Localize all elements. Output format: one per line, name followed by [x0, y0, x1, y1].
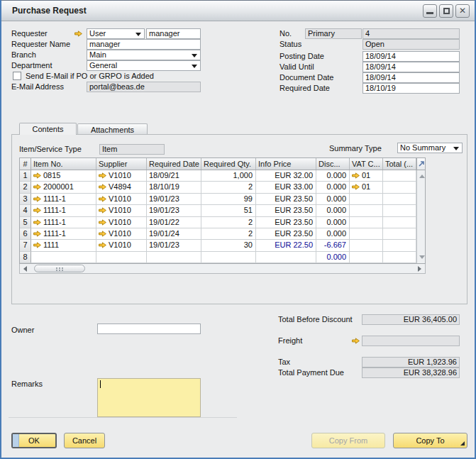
tab-attachments[interactable]: Attachments [77, 123, 148, 135]
cell-item[interactable]: 1111 [31, 240, 96, 251]
cell-total[interactable] [383, 252, 416, 263]
cell-vat[interactable] [350, 228, 383, 240]
cell-disc[interactable]: 0.000 [316, 170, 350, 182]
cell-disc[interactable]: 0.000 [316, 205, 350, 216]
cell-n[interactable]: 4 [20, 205, 31, 216]
cell-price[interactable]: EUR 32.00 [256, 170, 316, 182]
cell-item[interactable]: 1111-1 [31, 217, 96, 228]
cell-qty[interactable]: 2 [201, 228, 256, 240]
cell-date[interactable]: 19/01/24 [147, 228, 201, 240]
cell-total[interactable] [383, 170, 416, 182]
copy-to-button[interactable]: Copy To [393, 433, 467, 448]
cell-n[interactable]: 7 [20, 240, 31, 251]
cell-n[interactable]: 6 [20, 228, 31, 240]
column-header[interactable]: Total (... [383, 158, 416, 170]
cell-price[interactable]: EUR 23.50 [256, 194, 316, 205]
send-email-checkbox[interactable] [13, 72, 21, 80]
cell-disc[interactable]: 0.000 [316, 194, 350, 205]
cell-date[interactable]: 19/01/23 [147, 194, 201, 205]
cell-price[interactable]: EUR 23.50 [256, 228, 316, 240]
cell-n[interactable]: 5 [20, 217, 31, 228]
cell-sup[interactable]: V1010 [96, 194, 147, 205]
cell-qty[interactable] [201, 252, 256, 263]
cell-date[interactable] [147, 252, 201, 263]
cell-total[interactable] [383, 205, 416, 216]
column-header[interactable]: # [20, 158, 31, 170]
cell-n[interactable]: 3 [20, 194, 31, 205]
cell-date[interactable]: 19/01/22 [147, 217, 201, 228]
cell-qty[interactable]: 30 [201, 240, 256, 251]
cell-sup[interactable]: V4894 [96, 182, 147, 193]
cell-date[interactable]: 18/10/19 [147, 182, 201, 193]
cell-price[interactable] [256, 252, 316, 263]
link-arrow-icon[interactable] [33, 196, 41, 202]
cell-price[interactable]: EUR 23.50 [256, 217, 316, 228]
cell-vat[interactable] [350, 205, 383, 216]
link-arrow-icon[interactable] [99, 196, 106, 202]
cell-qty[interactable]: 51 [201, 205, 256, 216]
link-arrow-icon[interactable] [99, 219, 106, 226]
cell-vat[interactable] [350, 240, 383, 251]
cancel-button[interactable]: Cancel [64, 433, 105, 448]
cell-vat[interactable] [350, 217, 383, 228]
branch-dropdown[interactable]: Main [87, 50, 201, 60]
column-header[interactable]: Supplier [96, 158, 147, 170]
required-date-input[interactable]: 18/10/19 [362, 83, 460, 94]
cell-date[interactable]: 18/09/21 [147, 170, 201, 182]
cell-item[interactable]: 0815 [31, 170, 96, 182]
link-arrow-icon[interactable] [99, 231, 106, 237]
cell-qty[interactable]: 1,000 [201, 170, 256, 182]
link-arrow-icon[interactable] [33, 231, 41, 237]
remarks-textarea[interactable] [97, 378, 201, 417]
cell-item[interactable] [31, 252, 96, 263]
column-header[interactable]: Info Price [256, 158, 316, 170]
expand-grid-icon[interactable] [416, 158, 425, 170]
cell-item[interactable]: 1111-1 [31, 228, 96, 240]
column-header[interactable]: Disc... [316, 158, 350, 170]
cell-item[interactable]: 2000001 [31, 182, 96, 193]
cell-vat[interactable] [350, 252, 383, 263]
link-arrow-icon[interactable] [33, 207, 41, 214]
department-dropdown[interactable]: General [87, 60, 201, 71]
link-arrow-icon[interactable] [99, 242, 106, 248]
close-button[interactable]: ✕ [455, 4, 470, 18]
cell-price[interactable]: EUR 33.00 [256, 182, 316, 193]
column-header[interactable]: VAT C... [350, 158, 383, 170]
tab-contents[interactable]: Contents [19, 123, 77, 135]
column-header[interactable]: Required Date [147, 158, 201, 170]
cell-vat[interactable]: 01 [350, 182, 383, 193]
cell-disc[interactable]: 0.000 [316, 217, 350, 228]
cell-price[interactable]: EUR 23.50 [256, 205, 316, 216]
cell-disc[interactable]: -6.667 [316, 240, 350, 251]
copy-from-button[interactable]: Copy From [311, 433, 385, 448]
cell-total[interactable] [383, 217, 416, 228]
minimize-button[interactable] [423, 4, 437, 18]
scroll-up-icon[interactable] [419, 175, 425, 178]
summary-type-dropdown[interactable]: No Summary [397, 143, 463, 153]
link-arrow-icon[interactable] [352, 184, 360, 190]
cell-vat[interactable] [350, 194, 383, 205]
cell-item[interactable]: 1111-1 [31, 205, 96, 216]
horizontal-scrollbar[interactable] [19, 264, 426, 274]
cell-n[interactable]: 1 [20, 170, 31, 182]
cell-sup[interactable]: V1010 [96, 217, 147, 228]
cell-n[interactable]: 2 [20, 182, 31, 193]
link-arrow-icon[interactable] [74, 31, 82, 37]
cell-item[interactable]: 1111-1 [31, 194, 96, 205]
cell-qty[interactable]: 99 [201, 194, 256, 205]
requester-name-input[interactable]: manager [87, 39, 201, 50]
vertical-scrollbar[interactable] [416, 170, 425, 263]
cell-sup[interactable]: V1010 [96, 240, 147, 251]
scroll-down-icon[interactable] [419, 255, 425, 259]
cell-date[interactable]: 19/01/23 [147, 205, 201, 216]
link-arrow-icon[interactable] [352, 338, 360, 344]
cell-n[interactable]: 8 [20, 252, 31, 263]
cell-disc[interactable]: 0.000 [316, 228, 350, 240]
cell-price[interactable]: EUR 22.50 [256, 240, 316, 251]
link-arrow-icon[interactable] [33, 242, 41, 248]
maximize-button[interactable] [439, 4, 453, 18]
ok-button[interactable]: OK [11, 433, 57, 448]
cell-sup[interactable]: V1010 [96, 205, 147, 216]
owner-input[interactable] [97, 323, 201, 334]
cell-sup[interactable]: V1010 [96, 170, 147, 182]
